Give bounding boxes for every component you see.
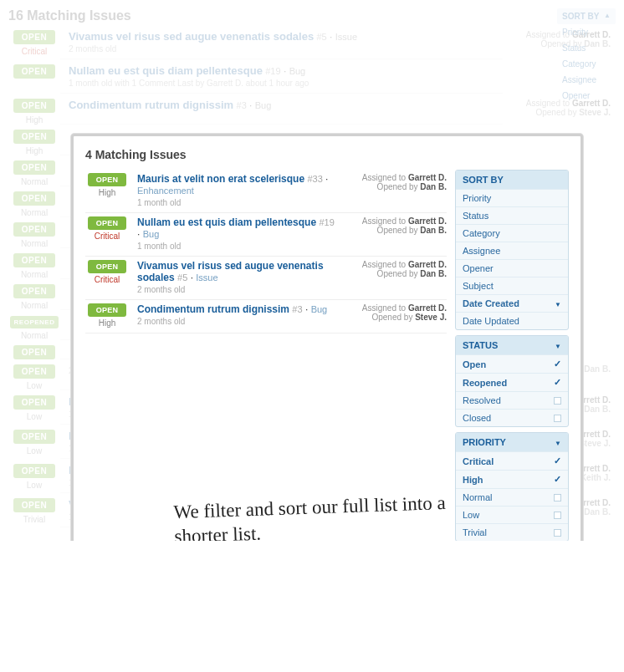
sort-option[interactable]: Date Updated xyxy=(456,312,568,329)
sort-option[interactable]: Category xyxy=(456,224,568,242)
status-badge: OPEN xyxy=(13,284,55,298)
opened-by: Opened by Steve J. xyxy=(338,313,447,322)
bg-sort-sidebar: SORT BY▲ PriorityStatusCategoryAssigneeO… xyxy=(557,8,616,104)
status-filter-option[interactable]: Closed xyxy=(456,409,568,426)
status-badge: OPEN xyxy=(13,99,55,113)
priority-label: Critical xyxy=(85,275,129,284)
sort-option-label: Priority xyxy=(463,193,491,203)
issue-title-link[interactable]: Condimentum rutrum dignissim xyxy=(137,303,289,315)
filtered-results-panel: 4 Matching Issues OPENHighMauris at veli… xyxy=(71,134,583,541)
priority-label: Trivial xyxy=(8,515,60,524)
issue-title: Condimentum rutrum dignissim xyxy=(69,99,233,111)
priority-label: Critical xyxy=(8,47,60,56)
status-badge: REOPENED xyxy=(10,316,59,328)
opened-by: Opened by Steve J. xyxy=(503,108,611,117)
status-filter-group: STATUS Open✓Reopened✓ResolvedClosed xyxy=(455,335,569,427)
issue-age: 2 months old xyxy=(137,317,338,326)
status-filter-header[interactable]: STATUS xyxy=(456,336,568,354)
assigned-to: Assigned to Garrett D. xyxy=(338,173,447,182)
issue-type: Bug xyxy=(143,229,160,239)
priority-filter-option[interactable]: High✓ xyxy=(456,470,568,488)
priority-label: Normal xyxy=(8,270,60,279)
sort-option[interactable]: Status xyxy=(456,206,568,224)
filter-option-label: High xyxy=(463,475,483,485)
issue-title: Nullam eu est quis diam pellentesque xyxy=(69,64,263,77)
priority-label: Low xyxy=(8,446,60,456)
issue-row[interactable]: OPENHighCondimentum rutrum dignissim #3 … xyxy=(85,300,447,333)
issue-number: #33 xyxy=(307,174,322,184)
sort-by-group: SORT BY PriorityStatusCategoryAssigneeOp… xyxy=(455,170,569,330)
priority-filter-header[interactable]: PRIORITY xyxy=(456,433,568,451)
issue-age: 1 month old xyxy=(137,198,338,207)
sort-option-label: Date Updated xyxy=(463,316,519,326)
status-badge: OPEN xyxy=(88,216,127,230)
issue-title-link[interactable]: Mauris at velit non erat scelerisque xyxy=(137,173,304,185)
issue-title-link[interactable]: Nullam eu est quis diam pellentesque xyxy=(137,216,316,228)
issue-number: #3 xyxy=(237,100,247,110)
sort-option[interactable]: Priority xyxy=(456,189,568,206)
bg-issue-row: OPENNullam eu est quis diam pellentesque… xyxy=(8,64,616,94)
filter-option-label: Closed xyxy=(463,413,491,423)
status-badge: OPEN xyxy=(13,364,55,379)
issue-list: OPENHighMauris at velit non erat sceleri… xyxy=(85,170,447,541)
checkbox-empty-icon xyxy=(554,529,561,537)
issue-row[interactable]: OPENHighMauris at velit non erat sceleri… xyxy=(85,170,447,213)
bg-issue-row: OPENCriticalVivamus vel risus sed augue … xyxy=(8,30,616,59)
priority-label: High xyxy=(85,318,129,328)
status-badge: OPEN xyxy=(13,430,55,444)
chevron-down-icon xyxy=(555,340,561,350)
priority-label: Normal xyxy=(8,208,60,217)
issue-meta: 1 month old with 1 Comment Last by Garre… xyxy=(69,79,503,88)
status-badge: OPEN xyxy=(13,64,55,79)
priority-label: Normal xyxy=(8,301,60,310)
status-badge: OPEN xyxy=(13,464,55,478)
issue-title: Vivamus vel risus sed augue venenatis so… xyxy=(69,30,314,43)
bg-sort-item: Status xyxy=(557,40,616,56)
bg-sort-item: Category xyxy=(557,56,616,72)
opened-by: Opened by Dan B. xyxy=(338,182,447,191)
priority-label: High xyxy=(8,146,60,155)
issue-meta: 2 months old xyxy=(69,44,503,53)
status-filter-option[interactable]: Open✓ xyxy=(456,354,568,373)
chevron-down-icon xyxy=(555,437,561,447)
priority-label: High xyxy=(8,115,60,125)
issue-type: Bug xyxy=(311,304,328,314)
check-icon: ✓ xyxy=(554,456,561,466)
bg-sort-item: Priority xyxy=(557,24,616,40)
filter-option-label: Reopened xyxy=(463,378,507,388)
sort-option[interactable]: Date Created xyxy=(456,294,568,312)
filter-option-label: Open xyxy=(463,359,486,369)
issue-age: 1 month old xyxy=(137,242,338,251)
status-badge: OPEN xyxy=(88,260,127,273)
bg-sort-item: Assignee xyxy=(557,72,616,88)
issue-title-link[interactable]: Vivamus vel risus sed augue venenatis so… xyxy=(137,260,324,283)
sort-option[interactable]: Opener xyxy=(456,259,568,277)
bg-results-heading: 16 Matching Issues xyxy=(8,8,616,23)
status-badge: OPEN xyxy=(13,395,55,410)
checkbox-empty-icon xyxy=(554,512,561,519)
issue-type: Bug xyxy=(255,100,272,110)
bg-sort-item: Opener xyxy=(557,88,616,104)
filter-option-label: Resolved xyxy=(463,395,501,405)
sort-option[interactable]: Assignee xyxy=(456,242,568,259)
priority-label: Low xyxy=(8,381,60,390)
issue-row[interactable]: OPENCriticalVivamus vel risus sed augue … xyxy=(85,257,447,300)
sort-by-header[interactable]: SORT BY xyxy=(456,171,568,189)
priority-label: High xyxy=(85,188,129,197)
issue-number: #19 xyxy=(265,66,280,76)
priority-filter-option[interactable]: Critical✓ xyxy=(456,451,568,470)
status-filter-option[interactable]: Reopened✓ xyxy=(456,373,568,391)
checkbox-empty-icon xyxy=(554,397,561,405)
sort-option-label: Assignee xyxy=(463,246,500,256)
issue-type: Issue xyxy=(196,272,217,283)
status-badge: OPEN xyxy=(13,253,55,267)
status-filter-option[interactable]: Resolved xyxy=(456,391,568,409)
check-icon: ✓ xyxy=(554,359,561,369)
priority-label: Normal xyxy=(8,239,60,248)
issue-number: #5 xyxy=(177,272,187,283)
sort-option[interactable]: Subject xyxy=(456,277,568,294)
priority-label: Critical xyxy=(85,232,129,241)
sort-option-label: Status xyxy=(463,211,488,221)
assigned-to: Assigned to Garrett D. xyxy=(338,216,447,226)
issue-row[interactable]: OPENCriticalNullam eu est quis diam pell… xyxy=(85,213,447,257)
